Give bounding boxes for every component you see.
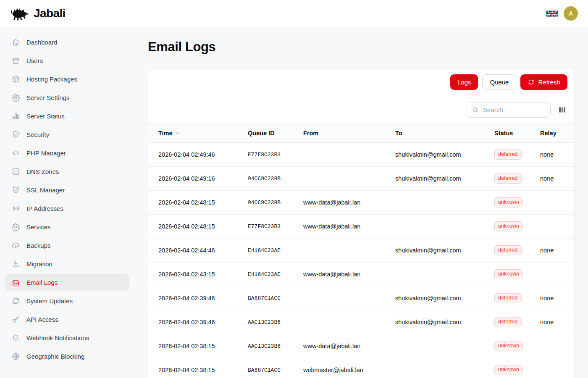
table-row: 2026-02-04 02:49:16 94CC9C239B shukivakn… [148,167,574,191]
cell-to: shukivaknin@gmail.com [395,295,494,302]
queue-tab-button[interactable]: Queue [482,74,516,90]
cell-time: 2026-02-04 02:43:15 [158,271,248,278]
cell-queue-id: BA687C1ACC [248,367,303,373]
cell-from: www-data@jabali.lan [303,199,395,206]
sidebar-item-label: Backups [26,242,51,249]
sidebar-item-webhook-notifications[interactable]: Webhook Notifications [5,329,129,346]
sidebar-item-system-updates[interactable]: System Updates [5,292,129,309]
column-header-time[interactable]: Time [158,130,248,136]
cell-status: deferred [494,173,540,184]
cell-time: 2026-02-04 02:39:46 [158,319,248,326]
brand: Jabali [10,6,66,21]
status-badge: unknown [494,341,523,351]
sidebar-item-label: Migration [26,260,52,268]
inbox-icon [11,278,20,287]
cell-relay: none [540,151,574,158]
sidebar-item-php-manager[interactable]: PHP Manager [5,144,129,161]
logs-tab-button[interactable]: Logs [450,74,478,90]
cell-queue-id: 94CC9C239B [248,200,303,206]
search-row [148,96,574,123]
sidebar-item-label: PHP Manager [26,150,66,157]
cell-queue-id: E77F8C23B3 [248,223,303,230]
broadcast-icon [11,204,20,213]
column-header-from: From [303,130,395,136]
sidebar-item-users[interactable]: Users [5,52,129,69]
cell-status: deferred [494,317,540,327]
sidebar-item-label: Server Status [26,113,65,120]
sidebar-item-label: Hosting Packages [26,76,77,83]
sidebar-item-hosting-packages[interactable]: Hosting Packages [5,71,129,87]
table-row: 2026-02-04 02:44:46 E4164C23AE shukivakn… [148,239,574,262]
cell-to: shukivaknin@gmail.com [395,319,494,326]
refresh-icon [528,79,535,86]
status-badge: unknown [494,365,523,375]
sidebar-item-ip-addresses[interactable]: IP Addresses [5,200,129,217]
sidebar-item-security[interactable]: Security [5,126,129,143]
avatar[interactable]: A [564,6,578,21]
cell-time: 2026-02-04 02:49:46 [158,151,248,158]
status-badge: unknown [494,221,523,231]
table-row: 2026-02-04 02:43:15 E4164C23AE www-data@… [148,262,574,286]
sort-chevron-down-icon [175,130,181,136]
toolbar: Logs Queue Refresh [148,68,574,96]
columns-toggle-button[interactable] [557,105,567,115]
cell-status: unknown [494,269,540,279]
gear-icon [11,93,20,102]
cell-time: 2026-02-04 02:44:46 [158,247,248,254]
table-row: 2026-02-04 02:39:46 AAC13C23B6 shukivakn… [148,310,574,334]
cell-time: 2026-02-04 02:38:15 [158,343,248,349]
sidebar-item-ssl-manager[interactable]: SSL Manager [5,181,129,198]
bell-icon [11,333,20,342]
sidebar-item-backups[interactable]: Backups [5,237,129,254]
refresh-button[interactable]: Refresh [520,74,567,90]
status-badge: deferred [494,245,522,255]
language-flag-icon[interactable] [546,10,558,18]
sidebar-item-label: Services [26,223,51,231]
sidebar-item-dns-zones[interactable]: DNS Zones [5,163,129,180]
table-row: 2026-02-04 02:38:15 AAC13C23B6 www-data@… [148,334,574,358]
sidebar-item-server-status[interactable]: Server Status [5,108,129,124]
sidebar-item-label: Email Logs [26,279,58,286]
gear-icon [11,223,20,231]
cell-time: 2026-02-04 02:49:16 [158,175,248,182]
column-header-to: To [395,130,494,136]
table-row: 2026-02-04 02:38:15 BA687C1ACC webmaster… [148,358,574,378]
table-row: 2026-02-04 02:48:15 E77F8C23B3 www-data@… [148,215,574,239]
cell-status: deferred [494,245,540,255]
table-row: 2026-02-04 02:49:46 E77F8C23B3 shukivakn… [148,143,574,167]
search-input[interactable] [482,106,546,114]
search-icon [472,106,479,113]
status-badge: unknown [494,197,523,207]
cell-to: shukivaknin@gmail.com [395,175,494,182]
sidebar-item-geographic-blocking[interactable]: Geographic Blocking [5,348,129,365]
cell-from: www-data@jabali.lan [303,271,395,278]
archive-icon [11,56,20,65]
sidebar-item-label: API Access [26,316,58,323]
cell-from: webmaster@jabali.lan [303,367,395,373]
table-body: 2026-02-04 02:49:46 E77F8C23B3 shukivakn… [148,143,574,378]
main-content: Email Logs Logs Queue Refresh [134,27,588,378]
refresh-button-label: Refresh [538,79,560,85]
sidebar-item-label: SSL Manager [26,186,65,194]
cell-queue-id: 94CC9C239B [248,176,303,182]
cell-time: 2026-02-04 02:48:15 [158,199,248,206]
sidebar-item-email-logs[interactable]: Email Logs [5,274,129,291]
code-icon [11,149,20,158]
cell-relay: none [540,175,574,182]
sidebar-item-server-settings[interactable]: Server Settings [5,89,129,106]
sidebar-item-label: Users [26,57,43,64]
sidebar-item-label: Server Settings [26,94,70,101]
sidebar-item-label: System Updates [26,297,73,304]
cell-queue-id: AAC13C23B6 [248,319,303,326]
sidebar-item-services[interactable]: Services [5,218,129,235]
shield-check-icon [11,130,20,139]
sidebar-item-api-access[interactable]: API Access [5,311,129,328]
cell-queue-id: E4164C23AE [248,271,303,278]
column-header-status: Status [494,130,540,136]
sidebar-item-label: Security [26,131,49,138]
table-row: 2026-02-04 02:48:15 94CC9C239B www-data@… [148,191,574,215]
sidebar-item-migration[interactable]: Migration [5,255,129,272]
sidebar-item-dashboard[interactable]: Dashboard [5,34,129,50]
top-bar: Jabali A [0,0,588,27]
cell-time: 2026-02-04 02:38:15 [158,367,248,373]
